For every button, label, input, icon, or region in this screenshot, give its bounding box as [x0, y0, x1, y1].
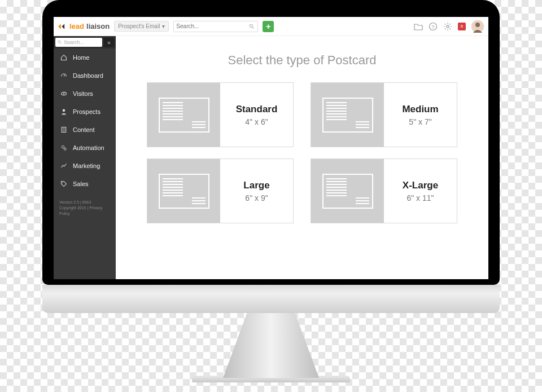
logo-text-secondary: liaison	[86, 22, 110, 30]
sidebar-search[interactable]: Search...	[55, 38, 102, 47]
notification-count: 6	[461, 24, 463, 29]
scope-filter-dropdown[interactable]: Prospect's Email ▾	[114, 21, 169, 32]
postcard-preview	[147, 159, 220, 223]
svg-point-0	[250, 24, 252, 27]
sidebar-item-label: Content	[73, 126, 95, 133]
logo-text-primary: lead	[69, 22, 84, 30]
search-icon	[248, 22, 255, 31]
postcard-icon	[159, 98, 209, 133]
file-icon	[59, 125, 68, 134]
version-text: Version 2.5 | 8563	[59, 200, 110, 205]
sidebar-item-label: Marketing	[73, 162, 100, 169]
postcard-preview	[147, 83, 220, 147]
chevron-down-icon: ▾	[162, 23, 165, 29]
svg-point-4	[447, 25, 449, 27]
main-content: Select the type of Postcard Standard	[116, 36, 488, 279]
postcard-option-standard[interactable]: Standard 4" x 6"	[147, 82, 294, 147]
copyright-text: Copyright 2015 | Privacy Policy	[59, 205, 110, 217]
scope-filter-label: Prospect's Email	[118, 23, 160, 29]
postcard-preview	[311, 83, 384, 147]
monitor-frame: leadliaison Prospect's Email ▾ +	[42, 0, 500, 392]
logo[interactable]: leadliaison	[58, 22, 110, 30]
postcard-option-name: Medium	[402, 104, 438, 115]
svg-point-25	[62, 146, 64, 148]
app-screen: leadliaison Prospect's Email ▾ +	[54, 17, 488, 279]
logo-icon	[58, 23, 67, 30]
postcard-option-large[interactable]: Large 6" x 9"	[147, 158, 294, 223]
tag-icon	[59, 179, 68, 188]
postcard-option-dimensions: 6" x 9"	[245, 193, 268, 202]
sidebar: Search... « Home Dashboard	[54, 36, 116, 279]
svg-point-20	[63, 109, 65, 112]
sidebar-item-marketing[interactable]: Marketing	[54, 157, 116, 175]
avatar[interactable]	[471, 20, 484, 33]
svg-line-10	[450, 28, 451, 29]
postcard-option-medium[interactable]: Medium 5" x 7"	[311, 82, 457, 147]
svg-line-16	[60, 43, 62, 45]
postcard-icon	[322, 98, 373, 133]
gears-icon	[59, 143, 68, 152]
topbar: leadliaison Prospect's Email ▾ +	[54, 17, 488, 36]
svg-line-17	[64, 75, 65, 77]
postcard-option-name: X-Large	[403, 180, 438, 191]
svg-text:?: ?	[431, 24, 434, 30]
svg-line-12	[450, 24, 451, 25]
svg-point-19	[63, 93, 64, 94]
postcard-option-name: Large	[243, 180, 269, 191]
sidebar-item-sales[interactable]: Sales	[54, 175, 116, 193]
sidebar-item-label: Automation	[73, 144, 104, 151]
postcard-option-name: Standard	[236, 104, 278, 115]
chart-icon	[59, 161, 68, 170]
global-search[interactable]	[173, 21, 258, 32]
sidebar-item-label: Visitors	[73, 90, 93, 97]
help-icon[interactable]: ?	[429, 22, 438, 31]
svg-line-11	[445, 28, 446, 29]
postcard-icon	[159, 174, 209, 209]
svg-point-27	[62, 182, 63, 183]
eye-icon	[59, 89, 68, 98]
dashboard-icon	[59, 71, 68, 80]
search-icon	[58, 40, 62, 45]
monitor-stand	[223, 313, 319, 378]
postcard-icon	[322, 174, 373, 209]
gear-icon[interactable]	[443, 22, 452, 31]
sidebar-item-label: Home	[73, 54, 89, 61]
sidebar-item-dashboard[interactable]: Dashboard	[54, 67, 116, 85]
monitor-chin	[42, 285, 500, 313]
sidebar-item-label: Prospects	[73, 108, 100, 115]
page-title: Select the type of Postcard	[138, 53, 466, 68]
chevron-left-icon: «	[107, 39, 111, 46]
sidebar-item-visitors[interactable]: Visitors	[54, 85, 116, 103]
svg-line-1	[252, 27, 253, 28]
svg-point-14	[475, 23, 480, 27]
sidebar-collapse-button[interactable]: «	[104, 38, 114, 47]
svg-point-26	[64, 148, 66, 150]
svg-point-15	[58, 41, 60, 43]
add-button[interactable]: +	[263, 21, 274, 32]
postcard-option-xlarge[interactable]: X-Large 6" x 11"	[311, 158, 457, 223]
postcard-option-dimensions: 5" x 7"	[409, 117, 431, 126]
home-icon	[59, 53, 68, 62]
postcard-option-dimensions: 6" x 11"	[406, 193, 434, 202]
sidebar-item-label: Sales	[73, 180, 89, 187]
sidebar-item-prospects[interactable]: Prospects	[54, 103, 116, 121]
folder-icon[interactable]	[414, 22, 423, 31]
sidebar-search-placeholder: Search...	[64, 39, 84, 45]
postcard-preview	[311, 159, 384, 223]
sidebar-footer: Version 2.5 | 8563 Copyright 2015 | Priv…	[54, 196, 116, 219]
global-search-input[interactable]	[176, 23, 248, 29]
plus-icon: +	[266, 22, 270, 31]
svg-line-9	[445, 24, 446, 25]
notification-badge[interactable]: 6	[458, 23, 466, 30]
sidebar-item-automation[interactable]: Automation	[54, 139, 116, 157]
postcard-option-dimensions: 4" x 6"	[245, 117, 268, 126]
user-icon	[59, 107, 68, 116]
postcard-type-grid: Standard 4" x 6"	[147, 82, 457, 223]
sidebar-item-label: Dashboard	[73, 72, 103, 79]
sidebar-item-home[interactable]: Home	[54, 49, 116, 67]
sidebar-item-content[interactable]: Content	[54, 121, 116, 139]
